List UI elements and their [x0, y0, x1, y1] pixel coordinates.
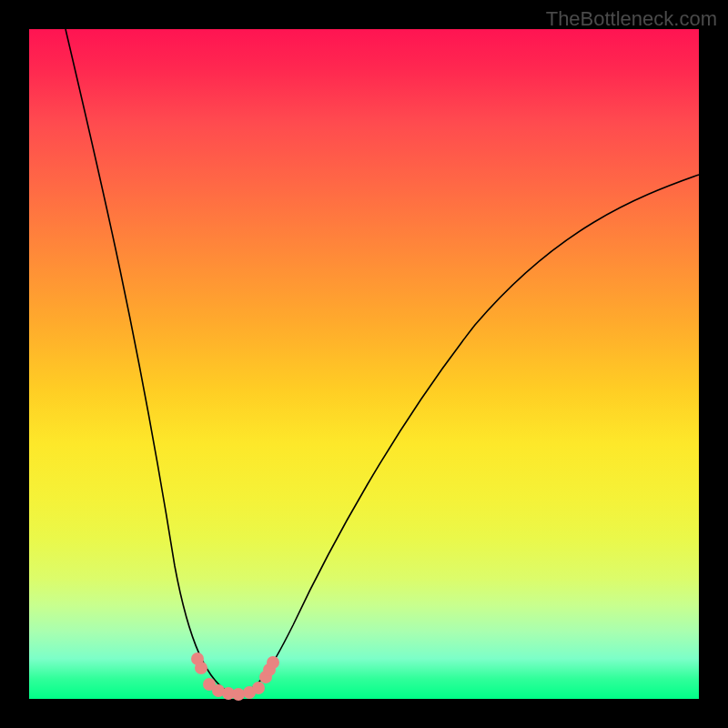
watermark-text: TheBottleneck.com — [546, 7, 717, 31]
markers-svg — [29, 29, 699, 699]
marker-point — [252, 682, 265, 694]
marker-point — [267, 656, 279, 669]
marker-point — [195, 662, 207, 674]
marker-point — [232, 688, 245, 701]
plot-area — [29, 29, 699, 699]
